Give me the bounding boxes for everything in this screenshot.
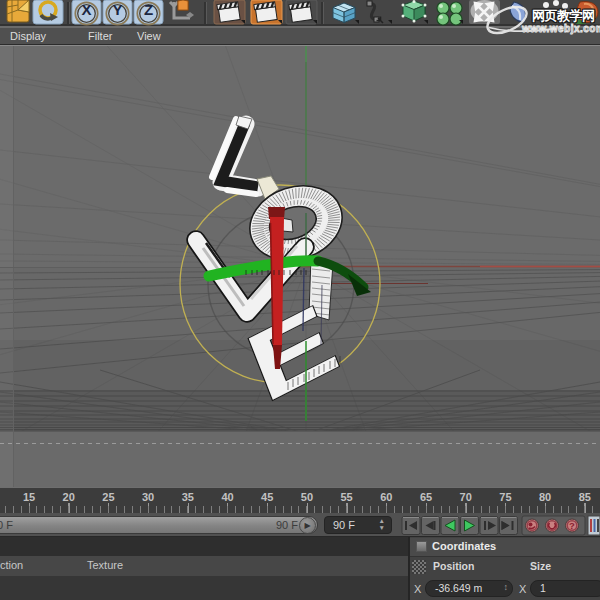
svg-text:?: ? [569,520,575,531]
svg-text:Y: Y [112,1,122,18]
svg-text:X: X [81,1,91,18]
svg-text:Z: Z [144,1,153,18]
